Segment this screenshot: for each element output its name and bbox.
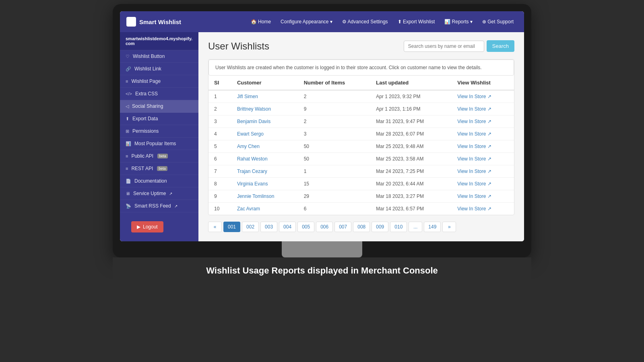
pagination-page-007[interactable]: 007 <box>334 222 351 232</box>
top-nav: 🛍 Smart Wishlist 🏠 Home Configure Appear… <box>120 11 524 32</box>
view-in-store-link[interactable]: View In Store ↗ <box>457 206 508 212</box>
sidebar-item-label: Social Sharing <box>132 103 163 109</box>
pagination-page-009[interactable]: 009 <box>372 222 388 232</box>
sidebar-item-label: Wishlist Link <box>134 66 161 72</box>
cell-last-updated: Mar 25 2023, 3:58 AM <box>370 153 452 165</box>
cell-last-updated: Mar 31 2023, 9:47 PM <box>370 115 452 128</box>
cell-si: 3 <box>208 115 231 128</box>
search-button[interactable]: Search <box>487 40 514 52</box>
sidebar-item-export-data[interactable]: ⬆ Export Data <box>120 113 198 125</box>
store-name: smartwishlistdemo4.myshopify. com <box>120 32 198 50</box>
wishlists-table: SI Customer Number of Items Last updated… <box>208 76 514 215</box>
view-in-store-link[interactable]: View In Store ↗ <box>457 193 508 199</box>
table-row: 1 Jifl Simen 2 Apr 1 2023, 9:32 PM View … <box>208 90 514 103</box>
cell-last-updated: Mar 25 2023, 9:48 AM <box>370 140 452 153</box>
cell-view-wishlist[interactable]: View In Store ↗ <box>452 190 514 203</box>
cell-items: 50 <box>298 140 371 153</box>
table-row: 4 Ewart Sergo 3 Mar 28 2023, 6:07 PM Vie… <box>208 128 514 140</box>
cell-customer[interactable]: Zac Avram <box>231 203 298 215</box>
table-row: 8 Virginia Evans 15 Mar 20 2023, 6:44 AM… <box>208 178 514 190</box>
pagination-page-006[interactable]: 006 <box>316 222 333 232</box>
cell-view-wishlist[interactable]: View In Store ↗ <box>452 115 514 128</box>
page-header: User Wishlists Search <box>208 40 514 52</box>
nav-configure[interactable]: Configure Appearance ▾ <box>277 16 336 27</box>
cell-customer[interactable]: Jennie Tomlinson <box>231 190 298 203</box>
cell-last-updated: Mar 18 2023, 3:27 PM <box>370 190 452 203</box>
sidebar-item-label: Extra CSS <box>135 91 158 97</box>
sidebar-item-public-api[interactable]: ≡ Public API beta <box>120 150 198 162</box>
pagination-last[interactable]: 149 <box>424 222 441 232</box>
sidebar-item-service-uptime[interactable]: 🖥 Service Uptime ↗ <box>120 187 198 200</box>
sidebar-item-extra-css[interactable]: </> Extra CSS <box>120 88 198 100</box>
code-icon: </> <box>126 91 132 96</box>
pagination-page-005[interactable]: 005 <box>297 222 314 232</box>
cell-view-wishlist[interactable]: View In Store ↗ <box>452 140 514 153</box>
cell-si: 8 <box>208 178 231 190</box>
view-in-store-link[interactable]: View In Store ↗ <box>457 144 508 149</box>
pagination-page-002[interactable]: 002 <box>242 222 259 232</box>
pagination-page-008[interactable]: 008 <box>353 222 370 232</box>
sidebar-item-smart-rss[interactable]: 📡 Smart RSS Feed ↗ <box>120 200 198 212</box>
cell-customer[interactable]: Benjamin Davis <box>231 115 298 128</box>
beta-badge: beta <box>157 154 168 158</box>
col-view-wishlist: View Wishlist <box>452 76 514 90</box>
sidebar-item-most-popular[interactable]: 📊 Most Popular Items <box>120 138 198 150</box>
nav-home[interactable]: 🏠 Home <box>247 16 275 27</box>
sidebar-item-permissions[interactable]: ⊞ Permissions <box>120 125 198 138</box>
api-icon: ≡ <box>126 154 128 158</box>
sidebar-item-documentation[interactable]: 📄 Documentation <box>120 175 198 187</box>
view-in-store-link[interactable]: View In Store ↗ <box>457 131 508 137</box>
pagination-next[interactable]: » <box>442 222 456 232</box>
view-in-store-link[interactable]: View In Store ↗ <box>457 156 508 162</box>
sidebar-item-wishlist-link[interactable]: 🔗 Wishlist Link <box>120 63 198 75</box>
cell-items: 2 <box>298 115 371 128</box>
sidebar-item-label: Documentation <box>134 178 167 184</box>
permissions-icon: ⊞ <box>126 129 129 134</box>
sidebar-item-social-sharing[interactable]: ◁ Social Sharing <box>120 100 198 113</box>
page-title: User Wishlists <box>208 41 269 52</box>
pagination-page-001[interactable]: 001 <box>223 222 240 232</box>
brand-icon: 🛍 <box>126 17 136 27</box>
cell-si: 1 <box>208 90 231 103</box>
sidebar-item-rest-api[interactable]: ≡ REST API beta <box>120 162 198 175</box>
cell-view-wishlist[interactable]: View In Store ↗ <box>452 103 514 115</box>
view-in-store-link[interactable]: View In Store ↗ <box>457 106 508 112</box>
doc-icon: 📄 <box>126 179 131 184</box>
nav-advanced[interactable]: ⚙ Advanced Settings <box>338 16 392 27</box>
pagination-page-004[interactable]: 004 <box>279 222 296 232</box>
cell-customer[interactable]: Rahat Weston <box>231 153 298 165</box>
cell-view-wishlist[interactable]: View In Store ↗ <box>452 128 514 140</box>
view-in-store-link[interactable]: View In Store ↗ <box>457 119 508 124</box>
cell-view-wishlist[interactable]: View In Store ↗ <box>452 153 514 165</box>
nav-support[interactable]: ⊕ Get Support <box>478 16 518 27</box>
pagination-page-010[interactable]: 010 <box>390 222 407 232</box>
view-in-store-link[interactable]: View In Store ↗ <box>457 169 508 174</box>
cell-items: 3 <box>298 128 371 140</box>
nav-reports[interactable]: 📊 Reports ▾ <box>440 16 477 27</box>
cell-customer[interactable]: Ewart Sergo <box>231 128 298 140</box>
cell-view-wishlist[interactable]: View In Store ↗ <box>452 90 514 103</box>
view-in-store-link[interactable]: View In Store ↗ <box>457 94 508 99</box>
cell-customer[interactable]: Trajan Cezary <box>231 165 298 178</box>
cell-customer[interactable]: Brittney Watson <box>231 103 298 115</box>
export-icon: ⬆ <box>126 116 129 121</box>
info-message: User Wishlists are created when the cust… <box>208 60 514 76</box>
col-items: Number of Items <box>298 76 371 90</box>
cell-customer[interactable]: Jifl Simen <box>231 90 298 103</box>
cell-items: 6 <box>298 203 371 215</box>
cell-items: 29 <box>298 190 371 203</box>
sidebar-item-wishlist-button[interactable]: ♡ Wishlist Button <box>120 50 198 63</box>
link-icon: 🔗 <box>126 66 131 72</box>
nav-export[interactable]: ⬆ Export Wishlist <box>394 16 439 27</box>
logout-button[interactable]: ▶ Logout <box>131 221 163 232</box>
pagination-prev[interactable]: « <box>208 222 222 232</box>
view-in-store-link[interactable]: View In Store ↗ <box>457 181 508 187</box>
cell-view-wishlist[interactable]: View In Store ↗ <box>452 165 514 178</box>
cell-view-wishlist[interactable]: View In Store ↗ <box>452 178 514 190</box>
cell-view-wishlist[interactable]: View In Store ↗ <box>452 203 514 215</box>
search-input[interactable] <box>404 41 484 52</box>
pagination-page-003[interactable]: 003 <box>260 222 277 232</box>
sidebar-item-wishlist-page[interactable]: ≡ Wishlist Page <box>120 75 198 88</box>
cell-customer[interactable]: Virginia Evans <box>231 178 298 190</box>
cell-customer[interactable]: Amy Chen <box>231 140 298 153</box>
